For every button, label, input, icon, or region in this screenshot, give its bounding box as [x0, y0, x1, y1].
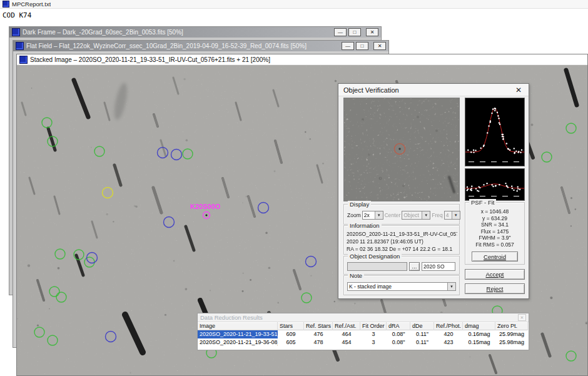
psf-x: x = 1046.48	[467, 208, 523, 215]
designation-input[interactable]	[347, 262, 407, 271]
table-cell[interactable]: 605	[278, 338, 304, 347]
dark-frame-titlebar[interactable]: Dark Frame – Dark_-20Grad_60sec_2Bin_005…	[9, 27, 381, 38]
combo-value: 4	[445, 212, 452, 218]
results-titlebar[interactable]: Data Reduction Results ✕	[198, 313, 529, 322]
close-button[interactable]: ✕	[366, 28, 378, 36]
info-datetime: 2020 11 21.82367 (19:46:05 UT)	[347, 238, 457, 245]
chevron-down-icon[interactable]: ▼	[375, 211, 383, 219]
minimize-button[interactable]: —	[342, 42, 354, 50]
psf-profile-plot	[465, 98, 525, 166]
table-cell[interactable]: 0.08"	[387, 338, 410, 347]
window-data-reduction-results: Data Reduction Results ✕ Image Stars Ref…	[197, 313, 529, 350]
table-cell[interactable]: 464	[333, 330, 360, 338]
table-cell[interactable]: 2020SO_2020-11-21_19-36-08_IR	[198, 338, 278, 347]
table-row[interactable]: 2020SO_2020-11-21_19-36-08_IR 605 478 45…	[198, 338, 529, 347]
table-cell[interactable]: 3	[360, 330, 387, 338]
maximize-button[interactable]: □	[356, 42, 368, 50]
table-cell[interactable]: 0.11"	[410, 338, 434, 347]
table-cell[interactable]: 3	[360, 338, 387, 347]
table-row[interactable]: 2020SO_2020-11-21_19-33-51_IR 609 476 46…	[198, 330, 529, 338]
psf-y: y = 634.29	[467, 215, 523, 222]
minimize-button[interactable]: —	[334, 28, 347, 36]
display-controls: Zoom 2x ▼ Center Object ▼ Freq 4 ▼	[347, 211, 457, 220]
column-header[interactable]: dDe	[410, 322, 434, 330]
column-header[interactable]: Ref./Phot.	[434, 322, 463, 330]
center-select: Object ▼	[402, 211, 430, 220]
zoom-label: Zoom	[347, 212, 361, 218]
table-cell[interactable]: 0.15mag	[463, 338, 495, 347]
chevron-down-icon: ▼	[422, 211, 430, 219]
app-icon	[16, 42, 24, 50]
psf-fwhm: FWHM = 3.9"	[467, 235, 523, 241]
combo-value: Object	[402, 212, 422, 218]
psf-fit-group: PSF - Fit x = 1046.48 y = 634.29 SNR = 3…	[465, 202, 525, 265]
app-icon	[3, 1, 9, 8]
combo-value: 2x	[363, 212, 375, 218]
maximize-button[interactable]: □	[348, 28, 361, 36]
note-group: Note K - stacked image ▼	[343, 275, 460, 295]
column-header[interactable]: Zero Pt.	[495, 322, 528, 330]
app-icon	[19, 56, 28, 64]
column-header[interactable]: Ref. Stars	[304, 322, 333, 330]
window-controls: — □ ✕	[342, 42, 386, 50]
accept-button[interactable]: Accept	[465, 269, 525, 280]
window-title: Dark Frame – Dark_-20Grad_60sec_2Bin_005…	[23, 29, 183, 36]
table-cell[interactable]: 25.98mag	[495, 338, 528, 347]
column-header[interactable]: Stars	[278, 322, 304, 330]
freq-label: Freq	[432, 212, 442, 218]
designation-controls: ... 2020 SO	[347, 262, 455, 271]
information-group: Information 2020SO_2020-11-21_19-33-51_I…	[343, 225, 460, 255]
table-cell[interactable]: 0.11"	[410, 330, 434, 338]
table-cell[interactable]: 423	[434, 338, 463, 347]
table-cell[interactable]: 2020SO_2020-11-21_19-33-51_IR	[198, 330, 278, 338]
app-icon	[12, 28, 20, 36]
psf-snr: SNR = 34.1	[467, 221, 523, 228]
close-button[interactable]: ✕	[373, 42, 386, 50]
object-zoom-panel	[343, 98, 460, 201]
window-title: Data Reduction Results	[200, 314, 263, 321]
chevron-down-icon: ▼	[452, 211, 460, 219]
dialog-title: Object Verification	[343, 86, 399, 94]
group-label: Display	[348, 201, 371, 208]
results-table-header: Image Stars Ref. Stars Ref./Ast. Fit Ord…	[198, 322, 529, 330]
chevron-down-icon[interactable]: ▼	[447, 283, 455, 290]
psf-fit-values: x = 1046.48 y = 634.29 SNR = 34.1 Flux =…	[467, 208, 523, 248]
mpcreport-titlebar[interactable]: MPCReport.txt	[0, 0, 588, 9]
column-header[interactable]: dmag	[463, 322, 495, 330]
combo-value: K - stacked image	[348, 283, 447, 290]
info-coordinates: RA = 02 36 18.32 De = +07 14 22.2 G = 18…	[347, 245, 457, 253]
table-cell[interactable]: 0.16mag	[463, 330, 495, 338]
note-select[interactable]: K - stacked image ▼	[347, 282, 456, 291]
group-label: PSF - Fit	[469, 199, 496, 206]
psf-residual-plot	[465, 168, 525, 201]
info-filename: 2020SO_2020-11-21_19-33-51_IR-UV-Cut_057…	[347, 230, 457, 238]
stacked-image-titlebar[interactable]: Stacked Image – 2020SO_2020-11-21_19-33-…	[17, 54, 587, 65]
centroid-button[interactable]: Centroid	[472, 252, 518, 262]
group-label: Information	[348, 222, 382, 229]
table-cell[interactable]: 0.08"	[387, 330, 410, 338]
psf-fit-rms: Fit RMS = 0.057	[467, 241, 523, 248]
dialog-titlebar[interactable]: Object Verification ✕	[338, 84, 529, 96]
note-controls: K - stacked image ▼	[347, 282, 456, 291]
browse-button[interactable]: ...	[409, 262, 420, 271]
flat-field-titlebar[interactable]: Flat Field – Flat_122ok_WyzineCorr_ssec_…	[13, 41, 388, 51]
table-cell[interactable]: 478	[304, 338, 333, 347]
designation-value-field[interactable]: 2020 SO	[422, 262, 455, 271]
dialog-object-verification: Object Verification ✕ Display Zoom 2x ▼ …	[338, 83, 529, 299]
table-cell[interactable]: 476	[304, 330, 333, 338]
desktop: MPCReport.txt COD K74 Dark Frame – Dark_…	[0, 0, 588, 376]
column-header[interactable]: dRA	[387, 322, 410, 330]
table-cell[interactable]: 25.99mag	[495, 330, 528, 338]
window-title: Stacked Image – 2020SO_2020-11-21_19-33-…	[30, 56, 270, 63]
column-header[interactable]: Fit Order	[360, 322, 387, 330]
reject-button[interactable]: Reject	[465, 283, 525, 294]
psf-flux: Flux = 1475	[467, 228, 523, 235]
close-icon[interactable]: ✕	[518, 314, 526, 321]
column-header[interactable]: Ref./Ast.	[333, 322, 360, 330]
table-cell[interactable]: 454	[333, 338, 360, 347]
table-cell[interactable]: 609	[278, 330, 304, 338]
table-cell[interactable]: 420	[434, 330, 463, 338]
column-header[interactable]: Image	[198, 322, 278, 330]
close-icon[interactable]: ✕	[514, 86, 524, 94]
zoom-select[interactable]: 2x ▼	[362, 211, 383, 220]
